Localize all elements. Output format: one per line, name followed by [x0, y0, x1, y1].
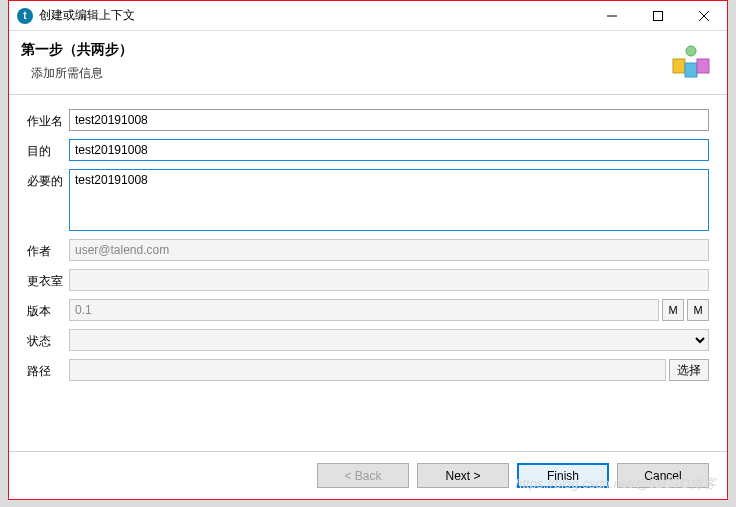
header-text: 第一步（共两步） 添加所需信息: [21, 41, 671, 82]
wizard-footer: < Back Next > Finish Cancel: [9, 451, 727, 499]
wizard-icon: [671, 43, 711, 79]
form-content: 作业名 目的 必要的 test20191008 作者 user@talend.c…: [9, 95, 727, 451]
svg-point-7: [686, 46, 696, 56]
name-label: 作业名: [27, 109, 69, 130]
author-field: user@talend.com: [69, 239, 709, 261]
name-input[interactable]: [69, 109, 709, 131]
purpose-input[interactable]: [69, 139, 709, 161]
titlebar: t 创建或编辑上下文: [9, 1, 727, 31]
path-label: 路径: [27, 359, 69, 380]
status-select[interactable]: [69, 329, 709, 351]
finish-button[interactable]: Finish: [517, 463, 609, 488]
back-button: < Back: [317, 463, 409, 488]
purpose-label: 目的: [27, 139, 69, 160]
svg-rect-4: [673, 59, 685, 73]
version-label: 版本: [27, 299, 69, 320]
svg-rect-6: [697, 59, 709, 73]
locker-label: 更衣室: [27, 269, 69, 290]
path-select-button[interactable]: 选择: [669, 359, 709, 381]
status-label: 状态: [27, 329, 69, 350]
required-label: 必要的: [27, 169, 69, 190]
close-button[interactable]: [681, 1, 727, 31]
version-major-button[interactable]: M: [662, 299, 684, 321]
svg-rect-5: [685, 63, 697, 77]
minimize-button[interactable]: [589, 1, 635, 31]
svg-rect-1: [654, 11, 663, 20]
locker-field: [69, 269, 709, 291]
path-field: [69, 359, 666, 381]
cancel-button[interactable]: Cancel: [617, 463, 709, 488]
step-description: 添加所需信息: [31, 65, 671, 82]
window-title: 创建或编辑上下文: [39, 7, 589, 24]
step-title: 第一步（共两步）: [21, 41, 671, 59]
next-button[interactable]: Next >: [417, 463, 509, 488]
dialog-window: t 创建或编辑上下文 第一步（共两步） 添加所需信息 作业名 目的 必要的 te…: [8, 0, 728, 500]
author-label: 作者: [27, 239, 69, 260]
maximize-button[interactable]: [635, 1, 681, 31]
required-textarea[interactable]: test20191008: [69, 169, 709, 231]
version-field: 0.1: [69, 299, 659, 321]
app-icon: t: [17, 8, 33, 24]
version-minor-button[interactable]: M: [687, 299, 709, 321]
wizard-header: 第一步（共两步） 添加所需信息: [9, 31, 727, 95]
